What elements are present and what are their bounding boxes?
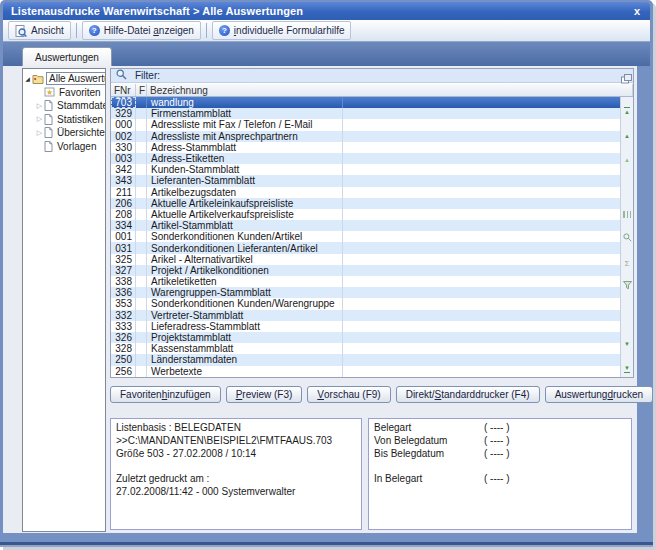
tree-item[interactable]: ▷Übersichten	[23, 126, 105, 140]
tree-item[interactable]: ▷Statistiken	[23, 113, 105, 127]
cell-bezeichnung: Kassenstammblatt	[147, 343, 343, 354]
cell-fnr: 002	[111, 131, 136, 142]
auswertung-drucken-button[interactable]: Auswertung drucken	[545, 386, 653, 403]
table-row[interactable]: 002Adressliste mit Ansprechpartnern	[111, 131, 620, 142]
column-header-f[interactable]: F	[136, 84, 147, 96]
cell-empty	[343, 366, 620, 377]
collapsed-icon[interactable]: ▷	[35, 129, 44, 137]
table-row[interactable]: 327Projekt / Artikelkonditionen	[111, 265, 620, 276]
info-field-row: Bis Belegdatum( ---- )	[374, 448, 626, 461]
cell-fnr: 326	[111, 332, 136, 343]
individuelle-formularhilfe-button[interactable]: ?individuelle Formularhilfe	[212, 21, 352, 40]
cell-flag	[136, 209, 147, 220]
cell-empty	[343, 254, 620, 265]
table-row[interactable]: 208Aktuelle Artikelverkaufspreisliste	[111, 209, 620, 220]
table-row[interactable]: 333Lieferadress-Stammblatt	[111, 321, 620, 332]
list-info-panel: Listenbasis : BELEGDATEN>>C:\MANDANTEN\B…	[110, 418, 362, 530]
row-up-icon[interactable]: ▲	[624, 124, 630, 142]
cell-empty	[343, 321, 620, 332]
table-row[interactable]: 326Projektstammblatt	[111, 332, 620, 343]
cell-flag	[136, 287, 147, 298]
table-row[interactable]: 332Vertreter-Stammblatt	[111, 310, 620, 321]
cell-fnr: 001	[111, 231, 136, 242]
tree-item[interactable]: Vorlagen	[23, 140, 105, 154]
table-row[interactable]: 330Adress-Stammblatt	[111, 142, 620, 153]
cell-flag	[136, 198, 147, 209]
table-row[interactable]: 031Sonderkonditionen Lieferanten/Artikel	[111, 242, 620, 253]
info-field-row: Von Belegdatum( ---- )	[374, 435, 626, 448]
cell-bezeichnung: Adressliste mit Ansprechpartnern	[147, 131, 343, 142]
cell-bezeichnung: Aktuelle Artikeleinkaufspreisliste	[147, 198, 343, 209]
info-field-value: ( ---- )	[484, 435, 510, 448]
cell-fnr: 211	[111, 187, 136, 198]
page-icon	[44, 100, 53, 111]
cell-fnr: 703	[111, 97, 136, 108]
filter-icon[interactable]	[623, 276, 632, 294]
favoriten-hinzufuegen-button[interactable]: Favoriten hinzufügen	[110, 386, 221, 403]
table-row[interactable]: 343Lieferanten-Stammblatt	[111, 175, 620, 186]
table-row[interactable]: 334Artikel-Stammblatt	[111, 220, 620, 231]
tab-auswertungen[interactable]: Auswertungen	[22, 47, 112, 66]
tree-item[interactable]: ★Favoriten	[23, 86, 105, 100]
table-row[interactable]: 353Sonderkonditionen Kunden/Warengruppe	[111, 298, 620, 309]
info-field-value: ( ---- )	[484, 448, 510, 461]
table-row[interactable]: 211Artikelbezugsdaten	[111, 187, 620, 198]
cell-bezeichnung: Länderstammdaten	[147, 354, 343, 365]
page-icon	[44, 141, 53, 152]
expanded-icon[interactable]: ◢	[23, 75, 32, 83]
table-row[interactable]: 336Warengruppen-Stammblatt	[111, 287, 620, 298]
table-row[interactable]: 329Firmenstammblatt	[111, 108, 620, 119]
tree-item[interactable]: ▷Stammdaten	[23, 99, 105, 113]
table-row[interactable]: 250Länderstammdaten	[111, 354, 620, 365]
ansicht-button[interactable]: Ansicht	[8, 21, 71, 40]
collapsed-icon[interactable]: ▷	[35, 115, 44, 123]
cell-empty	[343, 332, 620, 343]
vorschau-button[interactable]: Vorschau (F9)	[307, 386, 390, 403]
info-field-label: Von Belegdatum	[374, 435, 484, 448]
table-row[interactable]: 206Aktuelle Artikeleinkaufspreisliste	[111, 198, 620, 209]
sum-icon[interactable]: Σ	[625, 252, 630, 270]
cell-empty	[343, 298, 620, 309]
column-header-bezeichnung[interactable]: Bezeichnung	[147, 84, 633, 96]
info-field-value: ( ---- )	[484, 422, 510, 435]
grid-header: FNrFBezeichnung	[111, 84, 633, 97]
collapsed-icon[interactable]: ▷	[35, 102, 44, 110]
side-icon-group: Σ	[623, 204, 632, 294]
column-header-fnr[interactable]: FNr	[111, 84, 136, 96]
favorites-icon: ★	[44, 87, 55, 97]
page-icon	[44, 114, 53, 125]
scroll-top-icon[interactable]: ▲	[624, 100, 630, 118]
hilfe-datei-anzeigen-button[interactable]: ?Hilfe-Datei anzeigen	[82, 21, 201, 40]
cell-flag	[136, 298, 147, 309]
cell-flag	[136, 276, 147, 287]
search-icon[interactable]	[623, 228, 632, 246]
scroll-bottom-icon[interactable]: ▼	[624, 356, 630, 374]
cell-bezeichnung: wandlung	[147, 97, 343, 108]
filter-row[interactable]: Filter:	[111, 69, 633, 83]
table-row[interactable]: 342Kunden-Stammblatt	[111, 164, 620, 175]
direkt-standarddrucker-button[interactable]: Direkt/Standarddrucker (F4)	[396, 386, 540, 403]
tree-item-label: Übersichten	[55, 127, 106, 138]
cell-fnr: 328	[111, 343, 136, 354]
close-button[interactable]: x	[634, 5, 650, 17]
preview-button[interactable]: Preview (F3)	[226, 386, 303, 403]
table-row[interactable]: 000Adressliste mit Fax / Telefon / E-Mai…	[111, 119, 620, 130]
table-row[interactable]: 328Kassenstammblatt	[111, 343, 620, 354]
table-row[interactable]: 325Arikel - Alternativartikel	[111, 254, 620, 265]
table-row[interactable]: 256Werbetexte	[111, 366, 620, 377]
table-row[interactable]: 001Sonderkonditionen Kunden/Artikel	[111, 231, 620, 242]
column-chooser-icon[interactable]	[621, 70, 632, 88]
app-window: Listenausdrucke Warenwirtschaft > Alle A…	[0, 0, 653, 547]
magnifier-icon	[116, 69, 127, 82]
row-down-icon[interactable]: ▼	[624, 332, 630, 350]
grid-body: 703wandlung329Firmenstammblatt000Adressl…	[111, 97, 633, 377]
tree-item[interactable]: ◢Alle Auswertungen	[23, 72, 105, 86]
table-row[interactable]: 338Artikeletiketten	[111, 276, 620, 287]
page-up-icon[interactable]: ▲	[624, 148, 630, 166]
columns-icon[interactable]	[623, 204, 631, 222]
columns-icon	[623, 211, 631, 218]
table-row[interactable]: 703wandlung	[111, 97, 620, 108]
table-row[interactable]: 003Adress-Etiketten	[111, 153, 620, 164]
cell-empty	[343, 265, 620, 276]
cell-empty	[343, 209, 620, 220]
